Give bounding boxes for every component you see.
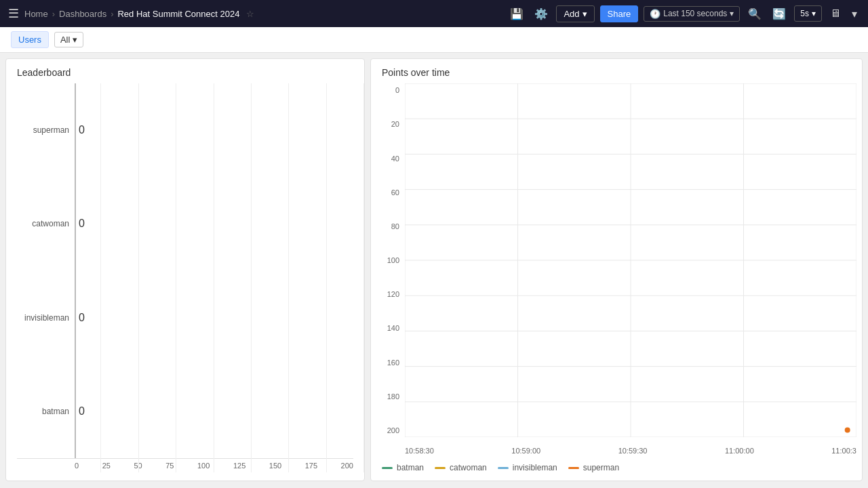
breadcrumb-sep-1: › [52,9,55,19]
legend-label-catwoman: catwoman [450,463,487,472]
leaderboard-body: superman 0 catwoman 0 invisibleman 0 [6,83,364,472]
lb-row-batman: batman 0 [17,365,353,458]
refresh-icon[interactable]: 🔄 [770,5,789,23]
chart-title: Points over time [371,67,862,83]
legend-item-superman: superman [568,463,619,472]
x-time-label-2: 10:59:30 [618,447,648,455]
chart-legend: batman catwoman invisibleman superman [371,458,862,472]
legend-dot-catwoman [435,467,446,469]
save-icon[interactable]: 💾 [507,5,526,23]
top-nav: ☰ Home › Dashboards › Red Hat Summit Con… [0,0,868,27]
y-label-120: 120 [371,290,403,298]
more-icon[interactable]: ▾ [849,5,860,23]
y-label-140: 140 [371,324,403,332]
lb-name-superman: superman [17,125,75,135]
lb-name-invisibleman: invisibleman [17,313,75,323]
legend-dot-invisibleman [498,467,509,469]
sub-nav: Users All ▾ [0,27,868,53]
y-label-60: 60 [371,188,403,197]
legend-label-batman: batman [397,463,424,472]
breadcrumb-dashboards[interactable]: Dashboards [59,9,106,19]
legend-item-batman: batman [382,463,424,472]
y-label-160: 160 [371,359,403,367]
breadcrumb-current: Red Hat Summit Connect 2024 [117,9,239,19]
y-axis-labels: 200 180 160 140 120 100 80 60 40 20 0 [371,83,403,437]
time-range-picker[interactable]: 🕐 Last 150 seconds ▾ [644,6,740,22]
chart-area: 200 180 160 140 120 100 80 60 40 20 0 [371,83,862,458]
all-dropdown-chevron: ▾ [73,35,77,45]
lb-score-batman: 0 [79,405,85,418]
breadcrumb: Home › Dashboards › Red Hat Summit Conne… [24,9,502,19]
chart-panel: Points over time 200 180 160 140 120 100… [370,58,863,481]
lb-score-superman: 0 [79,124,85,136]
hamburger-icon[interactable]: ☰ [8,6,19,21]
lb-vert-line-invisibleman [75,271,76,365]
y-label-100: 100 [371,256,403,264]
y-label-40: 40 [371,155,403,163]
y-label-0: 0 [371,86,403,94]
lb-bar-batman: 0 [75,365,353,458]
legend-dot-batman [382,467,393,469]
all-dropdown[interactable]: All ▾ [54,32,83,47]
lb-score-catwoman: 0 [79,218,85,230]
main-content: Leaderboard superman 0 [0,53,868,487]
settings-icon[interactable]: ⚙️ [532,5,551,23]
chart-svg [405,83,856,437]
legend-label-superman: superman [583,463,619,472]
y-label-80: 80 [371,222,403,230]
leaderboard-panel: Leaderboard superman 0 [5,58,365,481]
lb-score-invisibleman: 0 [79,312,85,324]
chart-dot-superman [845,428,850,433]
x-time-label-4: 11:00:3 [831,447,856,455]
breadcrumb-sep-2: › [111,9,113,19]
lb-name-catwoman: catwoman [17,219,75,228]
x-time-label-1: 10:59:00 [511,447,540,455]
zoom-out-icon[interactable]: 🔍 [745,5,764,23]
lb-vert-line-superman [75,83,76,177]
time-range-label: Last 150 seconds [663,9,727,18]
x-time-label-0: 10:58:30 [405,447,434,455]
legend-dot-superman [568,467,579,469]
breadcrumb-home[interactable]: Home [24,9,48,19]
y-label-20: 20 [371,120,403,128]
refresh-rate-label: 5s [800,9,809,18]
y-label-200: 200 [371,426,403,434]
x-time-label-3: 11:00:00 [725,447,754,455]
star-icon[interactable]: ☆ [246,9,254,19]
refresh-rate-chevron: ▾ [812,9,816,18]
all-dropdown-label: All [60,35,70,45]
lb-row-catwoman: catwoman 0 [17,177,353,270]
refresh-rate-picker[interactable]: 5s ▾ [794,5,822,22]
lb-vert-line-catwoman [75,177,76,270]
legend-label-invisibleman: invisibleman [513,463,557,472]
leaderboard-title: Leaderboard [6,67,364,83]
display-icon[interactable]: 🖥 [827,5,844,22]
x-time-labels: 10:58:30 10:59:00 10:59:30 11:00:00 11:0… [405,447,856,455]
lb-row-invisibleman: invisibleman 0 [17,271,353,365]
share-button[interactable]: Share [600,5,639,22]
lb-row-superman: superman 0 [17,83,353,177]
lb-bar-catwoman: 0 [75,177,353,270]
lb-vert-line-batman [75,365,76,458]
nav-actions: 💾 ⚙️ Add ▾ Share 🕐 Last 150 seconds ▾ 🔍 … [507,5,860,23]
lb-name-batman: batman [17,407,75,416]
legend-item-invisibleman: invisibleman [498,463,557,472]
users-tab[interactable]: Users [11,31,49,48]
add-button[interactable]: Add ▾ [556,5,594,22]
lb-bar-superman: 0 [75,83,353,177]
time-range-chevron: ▾ [730,9,734,18]
y-label-180: 180 [371,392,403,401]
lb-bar-invisibleman: 0 [75,271,353,365]
legend-item-catwoman: catwoman [435,463,487,472]
